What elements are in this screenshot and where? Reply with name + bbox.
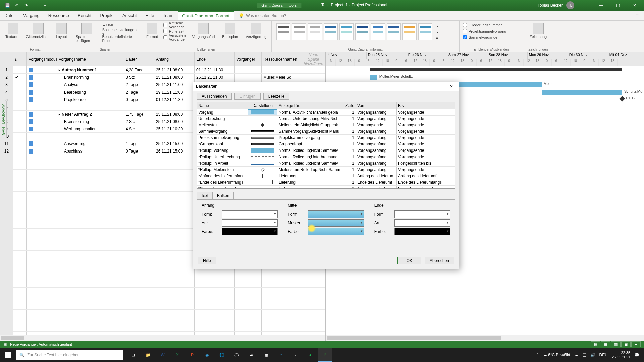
close-icon[interactable]: ✕ [628,0,641,11]
tray-volume-icon[interactable]: 🔊 [590,353,595,357]
gallery-up-icon[interactable]: ▴ [434,24,440,28]
btn-basisplan[interactable]: Basisplan [220,22,240,40]
tb-project-icon[interactable]: P [318,348,332,362]
tab-text[interactable]: Text [197,192,213,199]
user-avatar[interactable]: TB [566,1,574,9]
task-bar-4[interactable] [542,90,622,95]
btn-gitter[interactable]: Gitternetzlinien [24,22,52,40]
empty-row[interactable] [0,332,325,335]
chk-verspaetet[interactable]: Verspätete Vorgänge [163,34,187,40]
tab-team[interactable]: Team [159,11,178,20]
tell-me[interactable]: 💡 Was möchten Sie tun? [239,13,286,18]
btn-abbrechen[interactable]: Abbrechen [425,257,454,264]
grid-hscroll[interactable] [0,335,325,341]
empty-row[interactable] [0,310,325,317]
tab-ressource[interactable]: Ressource [44,11,73,20]
hdr-anzeige[interactable]: Anzeige für: [277,102,344,109]
tab-bericht[interactable]: Bericht [73,11,96,20]
style-gallery[interactable]: ▴ ▾ ≡ [275,22,456,42]
barstyle-row[interactable]: SammelvorgangSammelvorgang;Aktiv;Nicht M… [197,128,455,135]
cmb-mitte-farbe[interactable] [308,228,364,235]
opt-uml[interactable]: =̲ UML [102,22,137,28]
btn-textarten[interactable]: Textarten [3,22,22,40]
empty-row[interactable] [0,295,325,302]
empty-row[interactable] [0,317,325,324]
view-5-icon[interactable]: ━ [631,341,641,347]
barstyle-row[interactable]: *Anfang des LieferumfanLieferung1Anfang … [197,173,455,179]
tb-obs-icon[interactable]: ◯ [229,348,244,362]
tb-taskview-icon[interactable]: ⊞ [126,348,140,362]
hdr-von[interactable]: Von [356,102,397,109]
barstyle-row[interactable]: ProjektsammelvorgangProjektsammelvorgang… [197,135,455,141]
btn-spalte-einfuegen[interactable]: Spalte einfügen [74,22,100,44]
ribbon-collapse-icon[interactable]: ⌃ [636,13,644,18]
style-1[interactable] [276,23,290,40]
empty-row[interactable] [0,280,325,288]
style-9[interactable] [402,23,417,40]
table-body[interactable]: VorgangNormal;Aktiv;Nicht Manuell gepla1… [197,109,455,188]
cmb-ende-farbe[interactable] [394,228,450,235]
col-rownum[interactable] [0,52,13,66]
style-8[interactable] [387,23,401,40]
tb-ie-icon[interactable]: e [274,348,288,362]
tray-onedrive-icon[interactable]: ☁ [574,353,578,357]
hdr-zeile[interactable]: Zeile [344,102,356,109]
btn-ausschneiden[interactable]: Ausschneiden [197,93,232,100]
gallery-more-icon[interactable]: ≡ [434,36,440,40]
cmb-mitte-form[interactable] [308,210,364,218]
barstyle-row[interactable]: *Rollup: UnterbrechungNormal;Rolled up;U… [197,154,455,160]
tray-lang[interactable]: DEU [599,353,608,357]
tray-wifi-icon[interactable]: ⚿ [582,353,586,357]
dialog-close-icon[interactable]: ✕ [447,83,456,90]
col-end[interactable]: Ende [195,52,235,66]
ribbon-opts-icon[interactable]: ▭ [578,0,591,11]
col-pred[interactable]: Vorgänger [235,52,262,66]
start-button[interactable] [0,348,16,362]
maximize-icon[interactable]: ▢ [611,0,625,11]
btn-verzoegerung[interactable]: Verzögerung [244,22,268,40]
style-5[interactable] [339,23,354,40]
btn-hilfe[interactable]: Hilfe [198,257,216,264]
tray-expand-icon[interactable]: ⌃ [536,353,539,357]
tab-projekt[interactable]: Projekt [96,11,118,20]
tab-balken[interactable]: Balken [213,192,234,199]
hdr-name[interactable]: Name [197,102,248,109]
tab-vorgang[interactable]: Vorgang [19,11,44,20]
style-2[interactable] [292,23,306,40]
tb-excel-icon[interactable]: X [170,348,184,362]
weather[interactable]: ☁ 6°C Bewölkt [543,353,570,357]
gantt-hscroll[interactable] [326,335,644,341]
btn-custom-fields[interactable]: Benutzerdefinierte Felder [102,36,137,42]
gallery-down-icon[interactable]: ▾ [434,30,440,34]
view-4-icon[interactable]: ▣ [621,341,631,347]
hdr-bis[interactable]: Bis [397,102,446,109]
style-10[interactable] [418,23,432,40]
chk-gliederung[interactable]: Gliederungsnummer [463,22,520,28]
barstyle-row[interactable]: MeilensteinMeilenstein;Aktiv;Nicht Grupp… [197,122,455,128]
col-indicator[interactable]: ℹ [13,52,27,66]
qat-more-icon[interactable]: ▾ [42,2,48,9]
minimize-icon[interactable]: ― [594,0,608,11]
cmb-anfang-art[interactable] [222,219,278,227]
save-icon[interactable]: 💾 [4,2,11,9]
style-6[interactable] [355,23,369,40]
barstyle-row[interactable]: *Rollup: In ArbeitNormal;Rolled up;Nicht… [197,160,455,167]
chk-sammel[interactable]: Sammelvorgänge [463,34,520,40]
tb-word-icon[interactable]: W [156,348,170,362]
task-bar-2[interactable] [370,75,377,80]
milestone-5[interactable] [619,96,625,102]
redo-icon[interactable]: ↷ [23,2,30,9]
barstyle-row[interactable]: VorgangNormal;Aktiv;Nicht Manuell gepla1… [197,109,455,116]
tb-spotify-icon[interactable]: ● [303,348,317,362]
tab-datei[interactable]: Datei [0,11,19,20]
btn-layout[interactable]: Layout [54,22,69,40]
view-shortcuts[interactable]: ▤ ▦ ▥ ▣ ━ [591,341,641,347]
cmb-ende-art[interactable] [394,219,450,227]
cmb-ende-form[interactable] [394,210,450,218]
taskbar-search[interactable]: 🔍 Zur Suche Text hier eingeben [16,350,123,360]
btn-format[interactable]: Format [144,22,160,40]
empty-row[interactable] [0,288,325,295]
col-res[interactable]: Ressourcennamen [262,52,302,66]
tb-chrome-icon[interactable]: 🌐 [215,348,229,362]
empty-row[interactable] [0,324,325,332]
